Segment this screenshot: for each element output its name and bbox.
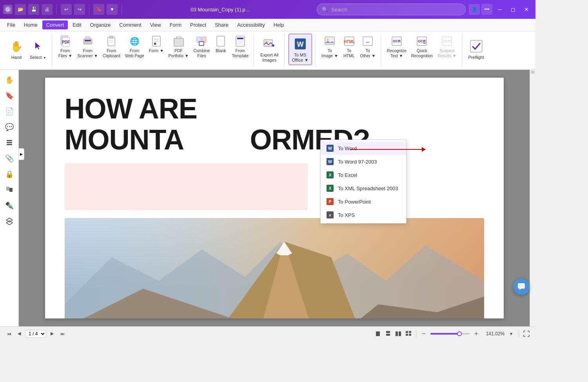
to-xml-menu-item[interactable]: X To XML Spreadsheet 2003 <box>321 182 406 195</box>
ribbon-group-convert: ToImage ▼ HTML ToHTML ••• ToOther ▼ <box>316 34 381 67</box>
svg-text:W: W <box>328 159 332 164</box>
menu-accessibility[interactable]: Accessibility <box>233 20 269 29</box>
facing-view-button[interactable] <box>404 329 413 338</box>
zoom-slider-track[interactable] <box>430 333 470 335</box>
preflight-button[interactable]: Preflight <box>466 34 486 65</box>
to-image-button[interactable]: ToImage ▼ <box>319 34 340 59</box>
svg-rect-45 <box>7 140 12 141</box>
to-html-icon: HTML <box>343 35 356 47</box>
from-template-button[interactable]: FromTemplate <box>230 34 250 59</box>
from-scanner-button[interactable]: FromScanner ▼ <box>76 34 100 59</box>
sidebar-comment-icon[interactable]: 💬 <box>2 120 16 134</box>
recognize-text-button[interactable]: OCR RecognizeText ▼ <box>385 34 408 59</box>
to-other-button[interactable]: ••• ToOther ▼ <box>358 34 378 59</box>
to-xps-menu-item[interactable]: X To XPS <box>321 208 406 222</box>
quick-recognition-label: QuickRecognition <box>411 48 433 58</box>
zoom-in-button[interactable]: + <box>472 329 481 338</box>
menu-home[interactable]: Home <box>20 20 42 29</box>
svg-text:OCR: OCR <box>418 39 426 43</box>
two-page-view-button[interactable] <box>394 329 403 338</box>
menu-file[interactable]: File <box>3 20 19 29</box>
suspect-results-button[interactable]: OCR SuspectResults ▼ <box>436 34 458 59</box>
svg-rect-74 <box>386 331 390 333</box>
last-page-button[interactable]: ⏭ <box>58 329 67 338</box>
zoom-slider-thumb[interactable] <box>457 331 462 336</box>
sidebar-hand-icon[interactable]: ✋ <box>2 73 16 87</box>
from-clipboard-label: FromClipboard <box>103 48 120 58</box>
from-files-button[interactable]: PDF FromFiles ▼ <box>56 34 75 59</box>
restore-button[interactable]: ◻ <box>507 4 519 15</box>
right-scrollbar[interactable] <box>530 70 535 326</box>
to-ms-office-button[interactable]: W To MSOffice ▼ <box>289 34 312 65</box>
prev-page-button[interactable]: ◀ <box>15 329 24 338</box>
hand-tool-button[interactable]: ✋ Hand <box>6 34 27 65</box>
sidebar-layers2-icon[interactable] <box>2 214 16 228</box>
stamp-button[interactable]: 🔖 <box>93 4 104 15</box>
next-page-button[interactable]: ▶ <box>48 329 56 338</box>
document-page: HOW ARE MOUNTA ORMED? <box>45 78 504 318</box>
sidebar-pages-icon[interactable] <box>2 183 16 197</box>
document-pink-section <box>65 163 308 210</box>
save-button[interactable]: 💾 <box>28 4 39 15</box>
first-page-button[interactable]: ⏮ <box>5 329 13 338</box>
print-button[interactable]: 🖨 <box>42 4 53 15</box>
continuous-view-button[interactable] <box>384 329 392 338</box>
menu-convert[interactable]: Convert <box>42 20 68 29</box>
page-select[interactable]: 1 / 4 <box>25 330 46 338</box>
sidebar-signature-icon[interactable]: ✒️ <box>2 198 16 213</box>
export-all-images-icon <box>261 36 277 52</box>
from-webpage-button[interactable]: 🌐 FromWeb Page <box>123 34 146 59</box>
sidebar-security-icon[interactable]: 🔒 <box>2 167 16 181</box>
sidebar-attachment-icon[interactable]: 📎 <box>2 151 16 166</box>
minimize-button[interactable]: ─ <box>494 4 506 15</box>
to-word-97-menu-item[interactable]: W To Word 97-2003 <box>321 155 406 168</box>
sidebar-layers-icon[interactable] <box>2 136 16 150</box>
page-navigation: ⏮ ◀ 1 / 4 ▶ ⏭ <box>5 329 67 338</box>
menu-organize[interactable]: Organize <box>86 20 115 29</box>
user-icon[interactable]: 👤 <box>469 4 480 15</box>
svg-rect-7 <box>85 37 90 39</box>
sidebar-thumbnail-icon[interactable]: 📄 <box>2 104 16 118</box>
combine-files-button[interactable]: CombineFiles <box>191 34 212 59</box>
blank-button[interactable]: Blank <box>212 34 229 55</box>
suspect-results-label: SuspectResults ▼ <box>437 48 456 58</box>
more-button[interactable]: ••• <box>481 4 492 15</box>
open-button[interactable]: 📂 <box>15 4 26 15</box>
form-icon <box>150 35 163 47</box>
sidebar-bookmark-icon[interactable]: 🔖 <box>2 89 16 103</box>
ribbon-buttons-ocr: OCR RecognizeText ▼ OCR QuickRecognition… <box>385 34 458 67</box>
menu-comment[interactable]: Comment <box>115 20 145 29</box>
menu-edit[interactable]: Edit <box>69 20 85 29</box>
form-button[interactable]: Form ▼ <box>147 34 166 55</box>
menu-help[interactable]: Help <box>270 20 288 29</box>
quick-recognition-button[interactable]: OCR QuickRecognition <box>409 34 435 59</box>
fullscreen-button[interactable] <box>522 329 531 338</box>
single-page-view-button[interactable] <box>374 329 382 338</box>
to-powerpoint-menu-item[interactable]: P To PowerPoint <box>321 195 406 208</box>
close-button[interactable]: ✕ <box>521 4 532 15</box>
arrow-button[interactable]: ▼ <box>107 4 118 15</box>
undo-button[interactable]: ↩ <box>61 4 72 15</box>
menu-form[interactable]: Form <box>166 20 185 29</box>
from-clipboard-button[interactable]: FromClipboard <box>101 34 122 59</box>
chat-bubble[interactable] <box>513 278 530 295</box>
scroll-thumb[interactable] <box>531 71 535 74</box>
menu-view[interactable]: View <box>146 20 165 29</box>
export-all-images-button[interactable]: Export AllImages <box>258 34 281 65</box>
svg-rect-47 <box>7 144 12 145</box>
to-excel-menu-item[interactable]: X To Excel <box>321 168 406 182</box>
separator <box>416 330 416 338</box>
pdf-portfolio-button[interactable]: PDFPortfolio ▼ <box>167 34 191 59</box>
svg-rect-44 <box>470 40 482 52</box>
search-bar[interactable]: 🔍 Search <box>317 4 466 15</box>
sidebar-collapse-arrow[interactable]: ▶ <box>19 148 24 160</box>
redo-button[interactable]: ↪ <box>74 4 85 15</box>
select-tool-button[interactable]: Select ▼ <box>27 34 49 65</box>
svg-rect-5 <box>83 39 92 44</box>
menu-protect[interactable]: Protect <box>186 20 210 29</box>
to-xps-icon: X <box>326 211 334 219</box>
zoom-dropdown-button[interactable]: ▼ <box>507 329 515 338</box>
menu-share[interactable]: Share <box>211 20 232 29</box>
zoom-out-button[interactable]: − <box>419 329 428 338</box>
to-html-button[interactable]: HTML ToHTML <box>341 34 358 59</box>
